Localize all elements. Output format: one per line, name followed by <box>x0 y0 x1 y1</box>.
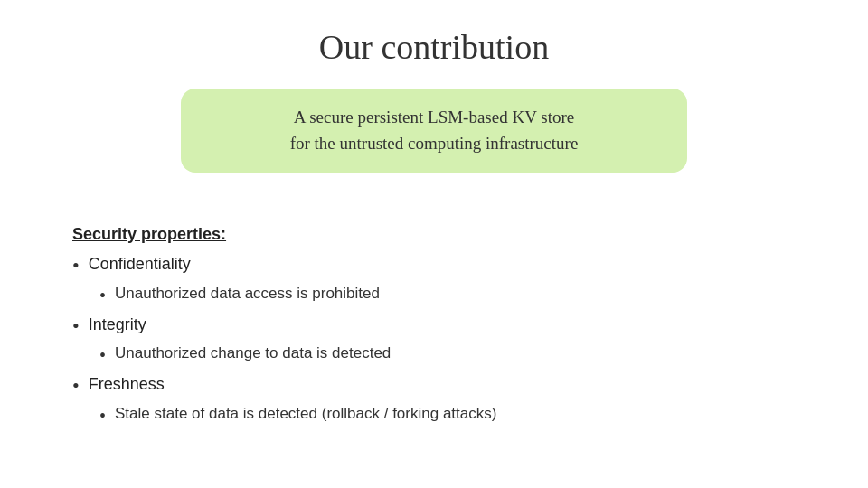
title-area: Our contribution <box>54 27 814 67</box>
sub-list-item: • Unauthorized change to data is detecte… <box>99 343 814 368</box>
highlight-text: A secure persistent LSM-based KV store f… <box>290 108 579 153</box>
highlight-box-wrapper: A secure persistent LSM-based KV store f… <box>54 89 814 200</box>
list-item: • Integrity <box>72 314 814 340</box>
sub-list-item: • Unauthorized data access is prohibited <box>99 283 814 308</box>
slide: Our contribution A secure persistent LSM… <box>0 0 868 488</box>
bullet-dot-1: • <box>72 253 80 279</box>
list-item: • Confidentiality <box>72 253 814 279</box>
sub-bullet-list-1: • Unauthorized data access is prohibited <box>99 283 814 308</box>
bullet-list: • Confidentiality • Unauthorized data ac… <box>72 253 814 428</box>
section-title: Security properties: <box>72 225 814 244</box>
sub-list-item: • Stale state of data is detected (rollb… <box>99 403 814 428</box>
list-item: • Freshness <box>72 373 814 399</box>
sub-bullet-label-2: Unauthorized change to data is detected <box>115 343 391 364</box>
slide-title: Our contribution <box>54 27 814 67</box>
highlight-box: A secure persistent LSM-based KV store f… <box>181 89 687 173</box>
sub-bullet-dot-3: • <box>99 403 106 428</box>
sub-bullet-dot-1: • <box>99 283 106 308</box>
content-area: Security properties: • Confidentiality •… <box>54 225 814 434</box>
sub-bullet-label-1: Unauthorized data access is prohibited <box>115 283 380 305</box>
sub-bullet-dot-2: • <box>99 343 106 368</box>
sub-bullet-list-3: • Stale state of data is detected (rollb… <box>99 403 814 428</box>
bullet-dot-2: • <box>72 314 80 340</box>
bullet-dot-3: • <box>72 373 80 399</box>
bullet-label-integrity: Integrity <box>89 314 146 336</box>
bullet-label-confidentiality: Confidentiality <box>89 253 191 276</box>
sub-bullet-list-2: • Unauthorized change to data is detecte… <box>99 343 814 368</box>
bullet-label-freshness: Freshness <box>89 373 165 396</box>
sub-bullet-label-3: Stale state of data is detected (rollbac… <box>115 403 496 425</box>
